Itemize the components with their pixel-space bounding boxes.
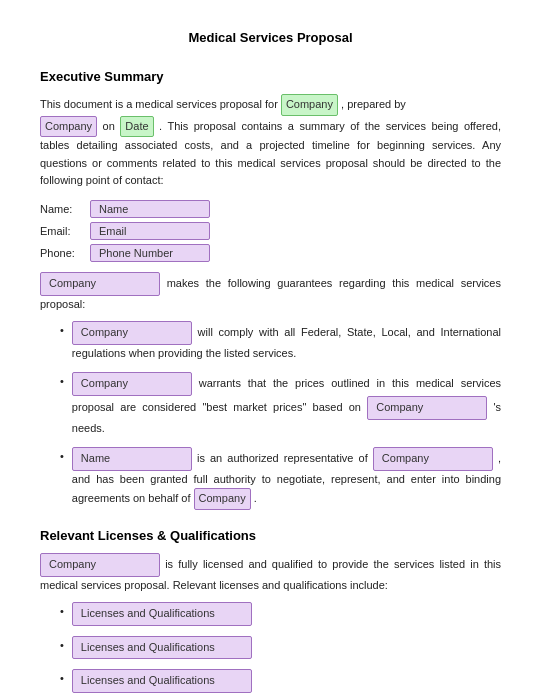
intro-text-1: This document is a medical services prop… — [40, 98, 278, 110]
email-label: Email: — [40, 225, 90, 237]
bullet2-company-field2[interactable]: Company — [367, 396, 487, 420]
license-field-3[interactable]: Licenses and Qualifications — [72, 669, 252, 693]
license-item-2: Licenses and Qualifications — [60, 636, 501, 660]
guarantee-item-2: Company warrants that the prices outline… — [60, 372, 501, 437]
licenses-section: Relevant Licenses & Qualifications Compa… — [40, 528, 501, 694]
bullet2-company-field[interactable]: Company — [72, 372, 192, 396]
document-page: Medical Services Proposal Executive Summ… — [0, 0, 541, 694]
executive-summary-text: This document is a medical services prop… — [40, 94, 501, 190]
bullet3-company-field2[interactable]: Company — [194, 488, 251, 510]
guarantee-intro: Company makes the following guarantees r… — [40, 272, 501, 313]
name-label: Name: — [40, 203, 90, 215]
bullet3-name-field[interactable]: Name — [72, 447, 192, 471]
phone-label: Phone: — [40, 247, 90, 259]
phone-input-field[interactable]: Phone Number — [90, 244, 210, 262]
bullet1-company-field[interactable]: Company — [72, 321, 192, 345]
company-guarantee-field[interactable]: Company — [40, 272, 160, 296]
licenses-company-field[interactable]: Company — [40, 553, 160, 577]
contact-table: Name: Name Email: Email Phone: Phone Num… — [40, 200, 501, 262]
bullet3-text1: is an authorized representative of — [197, 452, 373, 464]
company-field-purple-1[interactable]: Company — [40, 116, 97, 138]
license-item-3: Licenses and Qualifications — [60, 669, 501, 693]
guarantee-item-3: Name is an authorized representative of … — [60, 447, 501, 510]
contact-phone-row: Phone: Phone Number — [40, 244, 501, 262]
intro-text-3: on — [103, 120, 115, 132]
date-field[interactable]: Date — [120, 116, 153, 138]
licenses-intro: Company is fully licensed and qualified … — [40, 553, 501, 594]
license-item-1: Licenses and Qualifications — [60, 602, 501, 626]
bullet3-text3: . — [254, 492, 257, 504]
guarantee-item-2-content: Company warrants that the prices outline… — [72, 372, 501, 437]
guarantee-item-3-content: Name is an authorized representative of … — [72, 447, 501, 510]
license-field-2[interactable]: Licenses and Qualifications — [72, 636, 252, 660]
contact-name-row: Name: Name — [40, 200, 501, 218]
document-title: Medical Services Proposal — [40, 30, 501, 45]
bullet3-company-field1[interactable]: Company — [373, 447, 493, 471]
intro-text-2: , prepared by — [341, 98, 406, 110]
email-input-field[interactable]: Email — [90, 222, 210, 240]
name-input-field[interactable]: Name — [90, 200, 210, 218]
executive-summary-heading: Executive Summary — [40, 69, 501, 84]
guarantee-item-1: Company will comply with all Federal, St… — [60, 321, 501, 362]
company-field-green[interactable]: Company — [281, 94, 338, 116]
guarantees-list: Company will comply with all Federal, St… — [60, 321, 501, 510]
license-field-1[interactable]: Licenses and Qualifications — [72, 602, 252, 626]
guarantee-item-1-content: Company will comply with all Federal, St… — [72, 321, 501, 362]
licenses-heading: Relevant Licenses & Qualifications — [40, 528, 501, 543]
licenses-list: Licenses and Qualifications Licenses and… — [60, 602, 501, 694]
contact-email-row: Email: Email — [40, 222, 501, 240]
